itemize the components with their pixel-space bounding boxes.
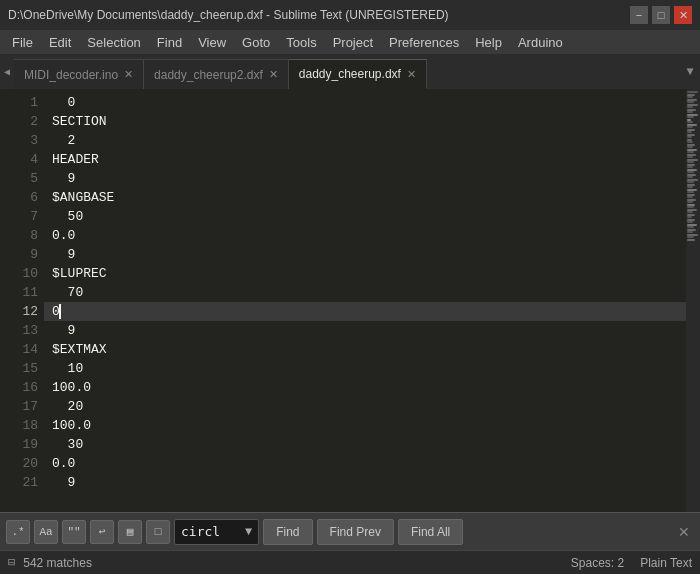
menu-goto[interactable]: Goto xyxy=(234,33,278,52)
code-line-9: 9 xyxy=(44,245,686,264)
code-line-1: 0 xyxy=(44,93,686,112)
line-num-8: 8 xyxy=(0,226,38,245)
case-sensitive-button[interactable]: Aa xyxy=(34,520,58,544)
title-bar: D:\OneDrive\My Documents\daddy_cheerup.d… xyxy=(0,0,700,30)
code-line-7: 50 xyxy=(44,207,686,226)
tab-close-cheerup[interactable]: ✕ xyxy=(407,68,416,81)
code-line-6: $ANGBASE xyxy=(44,188,686,207)
menu-view[interactable]: View xyxy=(190,33,234,52)
menu-find[interactable]: Find xyxy=(149,33,190,52)
line-num-21: 21 xyxy=(0,473,38,492)
find-prev-button[interactable]: Find Prev xyxy=(317,519,394,545)
find-all-button[interactable]: Find All xyxy=(398,519,463,545)
find-bar: .* Aa "" ↩ ▤ □ ▼ Find Find Prev Find All… xyxy=(0,512,700,550)
editor-area: 1 2 3 4 5 6 7 8 9 10 11 12 13 14 15 16 1… xyxy=(0,89,700,512)
code-line-15: 10 xyxy=(44,359,686,378)
tab-close-cheerup2[interactable]: ✕ xyxy=(269,68,278,81)
text-cursor xyxy=(59,304,61,319)
scrollbar[interactable] xyxy=(686,89,700,512)
highlight-button[interactable]: □ xyxy=(146,520,170,544)
code-line-4: HEADER xyxy=(44,150,686,169)
find-dropdown-arrow[interactable]: ▼ xyxy=(245,525,252,539)
title-controls: − □ ✕ xyxy=(630,6,692,24)
code-content[interactable]: 0 SECTION 2 HEADER 9 $ANGBASE 50 0.0 9 $… xyxy=(44,89,686,512)
code-line-12: 0 xyxy=(44,302,686,321)
status-bar: ⊟ 542 matches Spaces: 2 Plain Text xyxy=(0,550,700,574)
code-line-16: 100.0 xyxy=(44,378,686,397)
line-num-9: 9 xyxy=(0,245,38,264)
code-line-19: 30 xyxy=(44,435,686,454)
code-line-14: $EXTMAX xyxy=(44,340,686,359)
line-num-7: 7 xyxy=(0,207,38,226)
status-icon: ⊟ xyxy=(8,555,15,570)
regex-button[interactable]: .* xyxy=(6,520,30,544)
minimize-button[interactable]: − xyxy=(630,6,648,24)
line-num-17: 17 xyxy=(0,397,38,416)
find-input[interactable] xyxy=(181,524,241,539)
line-num-12: 12 xyxy=(0,302,38,321)
menu-help[interactable]: Help xyxy=(467,33,510,52)
line-num-2: 2 xyxy=(0,112,38,131)
line-num-20: 20 xyxy=(0,454,38,473)
menu-tools[interactable]: Tools xyxy=(278,33,324,52)
menu-project[interactable]: Project xyxy=(325,33,381,52)
find-close-button[interactable]: ✕ xyxy=(674,522,694,542)
code-line-13: 9 xyxy=(44,321,686,340)
menu-selection[interactable]: Selection xyxy=(79,33,148,52)
tab-daddy-cheerup2[interactable]: daddy_cheerup2.dxf ✕ xyxy=(144,59,289,89)
line-num-3: 3 xyxy=(0,131,38,150)
menu-edit[interactable]: Edit xyxy=(41,33,79,52)
code-line-3: 2 xyxy=(44,131,686,150)
line-num-1: 1 xyxy=(0,93,38,112)
line-num-13: 13 xyxy=(0,321,38,340)
code-line-11: 70 xyxy=(44,283,686,302)
maximize-button[interactable]: □ xyxy=(652,6,670,24)
tabs-overflow[interactable]: ▼ xyxy=(680,54,700,89)
minimap xyxy=(686,89,700,512)
tab-label: MIDI_decoder.ino xyxy=(24,68,118,82)
code-line-18: 100.0 xyxy=(44,416,686,435)
tab-close-midi[interactable]: ✕ xyxy=(124,68,133,81)
window-title: D:\OneDrive\My Documents\daddy_cheerup.d… xyxy=(8,8,449,22)
code-line-20: 0.0 xyxy=(44,454,686,473)
line-num-5: 5 xyxy=(0,169,38,188)
menu-file[interactable]: File xyxy=(4,33,41,52)
tabs-container: MIDI_decoder.ino ✕ daddy_cheerup2.dxf ✕ … xyxy=(14,59,680,89)
close-button[interactable]: ✕ xyxy=(674,6,692,24)
tabs-nav-left[interactable]: ◀ xyxy=(0,54,14,89)
tabs-bar: ◀ MIDI_decoder.ino ✕ daddy_cheerup2.dxf … xyxy=(0,54,700,89)
menu-arduino[interactable]: Arduino xyxy=(510,33,571,52)
line-num-15: 15 xyxy=(0,359,38,378)
line-num-19: 19 xyxy=(0,435,38,454)
code-line-10: $LUPREC xyxy=(44,264,686,283)
wrap-button[interactable]: ↩ xyxy=(90,520,114,544)
code-line-21: 9 xyxy=(44,473,686,492)
line-num-10: 10 xyxy=(0,264,38,283)
line-num-11: 11 xyxy=(0,283,38,302)
tab-label: daddy_cheerup.dxf xyxy=(299,67,401,81)
line-num-4: 4 xyxy=(0,150,38,169)
code-line-8: 0.0 xyxy=(44,226,686,245)
encoding-info[interactable]: Plain Text xyxy=(640,556,692,570)
tab-midi-decoder[interactable]: MIDI_decoder.ino ✕ xyxy=(14,59,144,89)
line-num-16: 16 xyxy=(0,378,38,397)
menu-bar: File Edit Selection Find View Goto Tools… xyxy=(0,30,700,54)
whole-word-button[interactable]: "" xyxy=(62,520,86,544)
code-line-17: 20 xyxy=(44,397,686,416)
find-input-wrapper: ▼ xyxy=(174,519,259,545)
status-left: ⊟ 542 matches xyxy=(8,555,92,570)
tab-daddy-cheerup[interactable]: daddy_cheerup.dxf ✕ xyxy=(289,59,427,89)
tab-label: daddy_cheerup2.dxf xyxy=(154,68,263,82)
code-line-2: SECTION xyxy=(44,112,686,131)
status-right: Spaces: 2 Plain Text xyxy=(571,556,692,570)
code-line-5: 9 xyxy=(44,169,686,188)
line-num-6: 6 xyxy=(0,188,38,207)
spaces-info[interactable]: Spaces: 2 xyxy=(571,556,624,570)
menu-preferences[interactable]: Preferences xyxy=(381,33,467,52)
in-selection-button[interactable]: ▤ xyxy=(118,520,142,544)
line-numbers: 1 2 3 4 5 6 7 8 9 10 11 12 13 14 15 16 1… xyxy=(0,89,44,512)
line-num-18: 18 xyxy=(0,416,38,435)
line-num-14: 14 xyxy=(0,340,38,359)
matches-count: 542 matches xyxy=(23,556,92,570)
find-button[interactable]: Find xyxy=(263,519,312,545)
